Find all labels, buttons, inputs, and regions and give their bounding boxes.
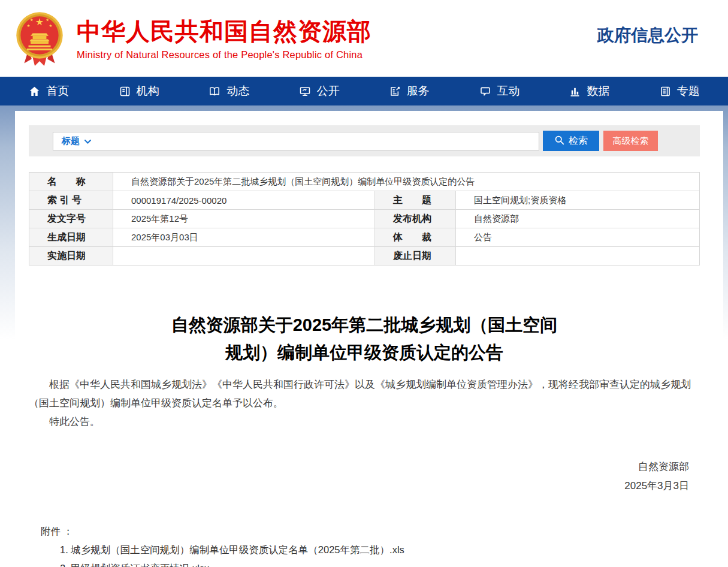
document-body: 根据《中华人民共和国城乡规划法》《中华人民共和国行政许可法》以及《城乡规划编制单… (29, 375, 700, 431)
document-title: 自然资源部关于2025年第二批城乡规划（国土空间 规划）编制单位甲级资质认定的公… (29, 311, 700, 367)
attachment-link-1[interactable]: 1. 城乡规划（国土空间规划）编制单位甲级资质认定名单（2025年第二批）.xl… (41, 541, 700, 559)
data-chart-icon (569, 85, 581, 98)
site-subtitle: Ministry of Natural Resources of the Peo… (77, 49, 371, 61)
topics-journal-icon (659, 85, 672, 98)
meta-value (456, 247, 700, 266)
nav-item-org[interactable]: 机构 (93, 77, 183, 105)
meta-label: 索 引 号 (29, 191, 113, 210)
site-header: 中华人民共和国自然资源部 Ministry of Natural Resourc… (0, 0, 728, 77)
attachment-link-2[interactable]: 2. 甲级规划资质证书变更情况.xlsx (41, 559, 700, 567)
meta-value: 2025年第12号 (113, 210, 375, 228)
search-bar: 标题 检索 高级检索 (29, 125, 700, 156)
meta-value: 2025年03月03日 (113, 228, 375, 247)
content-panel: 标题 检索 高级检索 名 称 自然资源部关于2025年第二批城乡规划（国土空间规… (15, 111, 723, 567)
meta-label: 实施日期 (29, 247, 113, 266)
meta-value: 国土空间规划;资质资格 (456, 191, 700, 210)
meta-label: 生成日期 (29, 228, 113, 247)
search-field-selector[interactable]: 标题 (62, 135, 80, 147)
nav-item-home[interactable]: 首页 (4, 77, 93, 105)
meta-value (113, 247, 375, 266)
meta-label: 体 裁 (375, 228, 456, 247)
attachments-label: 附件 ： (41, 522, 700, 541)
meta-value: 自然资源部关于2025年第二批城乡规划（国土空间规划）编制单位甲级资质认定的公告 (113, 173, 700, 191)
site-title: 中华人民共和国自然资源部 (77, 18, 371, 44)
nav-label: 动态 (226, 83, 249, 99)
advanced-search-button[interactable]: 高级检索 (603, 131, 658, 151)
search-icon (554, 135, 564, 147)
nav-label: 机构 (137, 83, 159, 99)
nav-label: 公开 (317, 83, 340, 99)
signature-block: 自然资源部 2025年3月3日 (29, 457, 700, 496)
nav-label: 互动 (497, 83, 520, 99)
body-paragraph: 特此公告。 (29, 412, 700, 431)
organization-icon (119, 85, 131, 98)
meta-value: 自然资源部 (456, 210, 700, 228)
search-input[interactable]: 标题 (53, 132, 539, 150)
body-paragraph: 根据《中华人民共和国城乡规划法》《中华人民共和国行政许可法》以及《城乡规划编制单… (29, 375, 700, 412)
signature-date: 2025年3月3日 (29, 476, 689, 496)
nav-label: 数据 (587, 83, 609, 99)
table-row: 发文字号 2025年第12号 发布机构 自然资源部 (29, 210, 700, 228)
nav-item-news[interactable]: 动态 (184, 77, 274, 105)
meta-label: 废止日期 (375, 247, 456, 266)
search-button[interactable]: 检索 (543, 131, 599, 151)
nav-label: 首页 (46, 83, 69, 99)
interaction-chat-icon (479, 85, 492, 98)
table-row: 名 称 自然资源部关于2025年第二批城乡规划（国土空间规划）编制单位甲级资质认… (29, 173, 700, 191)
news-book-icon (208, 85, 221, 98)
nav-item-data[interactable]: 数据 (544, 77, 634, 105)
table-row: 索 引 号 000019174/2025-00020 主 题 国土空间规划;资质… (29, 191, 700, 210)
table-row: 实施日期 废止日期 (29, 247, 700, 266)
meta-label: 发文字号 (29, 210, 113, 228)
main-nav: 首页 机构 动态 公开 服务 互动 数据 (0, 77, 728, 105)
meta-label: 发布机构 (375, 210, 456, 228)
document-meta-table: 名 称 自然资源部关于2025年第二批城乡规划（国土空间规划）编制单位甲级资质认… (29, 172, 700, 266)
nav-item-service[interactable]: 服务 (364, 77, 454, 105)
meta-value: 公告 (456, 228, 700, 247)
attachments-section: 附件 ： 1. 城乡规划（国土空间规划）编制单位甲级资质认定名单（2025年第二… (29, 522, 700, 567)
service-edit-icon (389, 85, 401, 98)
nav-label: 服务 (407, 83, 430, 99)
nav-item-disclosure[interactable]: 公开 (274, 77, 364, 105)
table-row: 生成日期 2025年03月03日 体 裁 公告 (29, 228, 700, 247)
chevron-down-icon[interactable] (84, 135, 91, 146)
signature-agency: 自然资源部 (29, 457, 689, 476)
page-background: 标题 检索 高级检索 名 称 自然资源部关于2025年第二批城乡规划（国土空间规… (0, 105, 728, 567)
nav-item-interaction[interactable]: 互动 (454, 77, 544, 105)
disclosure-monitor-icon (298, 85, 312, 98)
national-emblem-icon (13, 9, 66, 70)
home-icon (28, 85, 41, 98)
meta-value: 000019174/2025-00020 (113, 191, 375, 210)
meta-label: 名 称 (29, 173, 113, 191)
meta-label: 主 题 (375, 191, 456, 210)
site-title-block: 中华人民共和国自然资源部 Ministry of Natural Resourc… (77, 17, 371, 61)
nav-label: 专题 (677, 83, 700, 99)
page-title: 政府信息公开 (597, 24, 698, 53)
nav-item-topics[interactable]: 专题 (635, 77, 724, 105)
